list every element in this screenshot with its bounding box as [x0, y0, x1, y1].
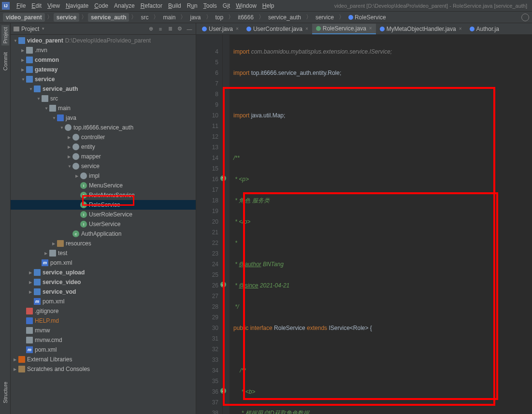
user-icon[interactable] [521, 14, 529, 21]
svg-point-0 [220, 175, 226, 181]
tree-service-upload[interactable]: ▶service_upload [11, 268, 196, 277]
tree-root[interactable]: ▼video_parentD:\Develop\IdeaPro\video_pa… [11, 36, 196, 45]
menu-analyze[interactable]: Analyze [111, 1, 138, 10]
markdown-icon [26, 317, 33, 324]
crumb-8[interactable]: service_auth [265, 13, 304, 22]
sidebar-structure[interactable]: Structure [1, 380, 9, 405]
tree-pom3[interactable]: mpom.xml [11, 345, 196, 355]
tree-mvnw[interactable]: mvnw [11, 326, 196, 335]
library-icon [18, 356, 25, 363]
menu-window[interactable]: Window [233, 1, 259, 10]
menu-edit[interactable]: Edit [29, 1, 44, 10]
menu-navigate[interactable]: Navigate [63, 1, 91, 10]
crumb-7[interactable]: it6666 [235, 13, 257, 22]
tree-pom[interactable]: mpom.xml [11, 258, 196, 268]
tree-common[interactable]: ▶common [11, 55, 196, 65]
tree-gitignore[interactable]: .gitignore [11, 306, 196, 316]
tree-rolemenuservice[interactable]: IRoleMenuService [11, 190, 196, 200]
tab-mymeta[interactable]: MyMetaObjectHandler.java× [376, 24, 466, 34]
window-title: video_parent [D:\Develop\IdeaPro\video_p… [334, 3, 530, 9]
close-icon[interactable]: × [236, 26, 239, 31]
tree-mvnwcmd[interactable]: mvnw.cmd [11, 335, 196, 345]
tree-impl[interactable]: ▶impl [11, 171, 196, 181]
crumb-3[interactable]: src [138, 13, 151, 22]
tree-servicepkg[interactable]: ▼service [11, 161, 196, 171]
tree-entity[interactable]: ▶entity [11, 142, 196, 152]
tree-help[interactable]: HELP.md [11, 316, 196, 326]
maven-icon: m [26, 346, 33, 353]
hide-icon[interactable]: — [186, 26, 193, 32]
crumb-4[interactable]: main [160, 13, 178, 22]
tree-authapplication[interactable]: cAuthApplication [11, 229, 196, 239]
tree-mapper[interactable]: ▶mapper [11, 152, 196, 161]
tree-mvn[interactable]: ▶.mvn [11, 45, 196, 55]
tree-controller[interactable]: ▶controller [11, 132, 196, 142]
tree-userservice[interactable]: IUserService [11, 219, 196, 229]
menu-help[interactable]: Help [259, 1, 277, 10]
interface-icon: I [80, 221, 87, 228]
menu-run[interactable]: Run [184, 1, 201, 10]
tab-author[interactable]: Author.ja [466, 24, 503, 34]
tab-usercontroller[interactable]: UserController.java× [243, 24, 312, 34]
tree-service[interactable]: ▼service [11, 74, 196, 84]
sidebar-project[interactable]: Project [1, 25, 9, 45]
tree-pom2[interactable]: mpom.xml [11, 297, 196, 306]
tree-service-auth[interactable]: ▼service_auth [11, 84, 196, 94]
menu-build[interactable]: Build [165, 1, 184, 10]
folder-icon [14, 27, 19, 31]
override-icon[interactable] [220, 281, 227, 288]
crumb-6[interactable]: top [213, 13, 227, 22]
menu-git[interactable]: Git [220, 1, 233, 10]
tree-menuservice[interactable]: IMenuService [11, 181, 196, 190]
maven-icon: m [34, 298, 41, 305]
tree-service-video[interactable]: ▶service_video [11, 277, 196, 287]
tree-main[interactable]: ▼main [11, 103, 196, 113]
crumb-9[interactable]: service [313, 13, 337, 22]
close-icon[interactable]: × [369, 26, 372, 31]
expand-all-icon[interactable]: ≡ [157, 26, 164, 32]
project-tree[interactable]: ▼video_parentD:\Develop\IdeaPro\video_pa… [11, 35, 196, 414]
project-title[interactable]: Project ▼ [14, 26, 45, 32]
collapse-all-icon[interactable]: ≣ [167, 26, 173, 32]
crumb-0[interactable]: video_parent [3, 13, 45, 22]
sidebar-commit[interactable]: Commit [1, 50, 9, 72]
tool-window-bar: Project Commit Structure [0, 23, 11, 414]
menu-view[interactable]: View [44, 1, 63, 10]
tree-java[interactable]: ▼java [11, 113, 196, 123]
tree-pkg[interactable]: ▼top.it6666.service_auth [11, 123, 196, 132]
class-icon [246, 27, 251, 31]
tree-roleservice[interactable]: IRoleService [11, 200, 196, 210]
settings-icon[interactable]: ⚙ [176, 26, 183, 32]
tree-resources[interactable]: ▶resources [11, 239, 196, 248]
menu-refactor[interactable]: Refactor [138, 1, 165, 10]
crumb-2[interactable]: service_auth [88, 13, 129, 22]
crumb-10[interactable]: RoleService [345, 13, 389, 22]
tree-userroleservice[interactable]: IUserRoleService [11, 210, 196, 219]
tab-user[interactable]: User.java× [198, 24, 243, 34]
tree-scratch[interactable]: ▶Scratches and Consoles [11, 364, 196, 374]
app-logo: IJ [2, 2, 10, 10]
close-icon[interactable]: × [305, 26, 308, 31]
select-opened-file-icon[interactable]: ⊕ [147, 26, 154, 32]
editor-tabs: User.java× UserController.java× RoleServ… [196, 23, 532, 35]
crumb-5[interactable]: java [187, 13, 203, 22]
tree-gateway[interactable]: ▶gateway [11, 65, 196, 74]
implement-icon[interactable] [220, 175, 227, 182]
crumb-1[interactable]: service [54, 13, 79, 22]
close-icon[interactable]: × [459, 26, 462, 31]
resources-folder-icon [57, 240, 64, 247]
tree-extlib[interactable]: ▶External Libraries [11, 355, 196, 364]
menu-code[interactable]: Code [91, 1, 111, 10]
tab-roleservice[interactable]: RoleService.java× [312, 24, 376, 34]
tree-src[interactable]: ▼src [11, 94, 196, 103]
code-body[interactable]: import com.baomidou.mybatisplus.extensio… [230, 35, 532, 414]
code-editor[interactable]: 4567 89101112 1314151617 1819202122 2324… [196, 35, 532, 414]
menu-tools[interactable]: Tools [201, 1, 220, 10]
override-icon[interactable] [220, 387, 227, 394]
package-icon [65, 124, 72, 131]
package-icon [72, 153, 79, 160]
tree-test[interactable]: ▶test [11, 248, 196, 258]
file-icon [26, 337, 33, 343]
tree-service-vod[interactable]: ▶service_vod [11, 287, 196, 297]
menu-file[interactable]: File [14, 1, 29, 10]
